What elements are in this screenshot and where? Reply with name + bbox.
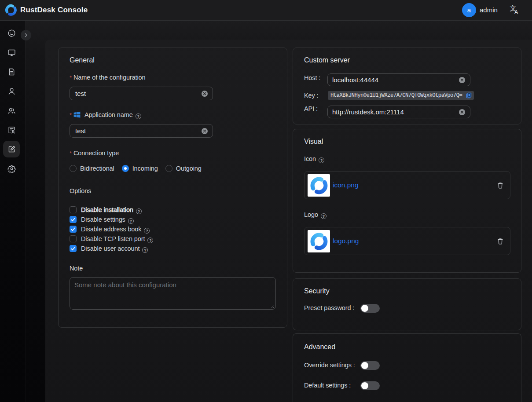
svg-text:A: A <box>514 9 518 15</box>
